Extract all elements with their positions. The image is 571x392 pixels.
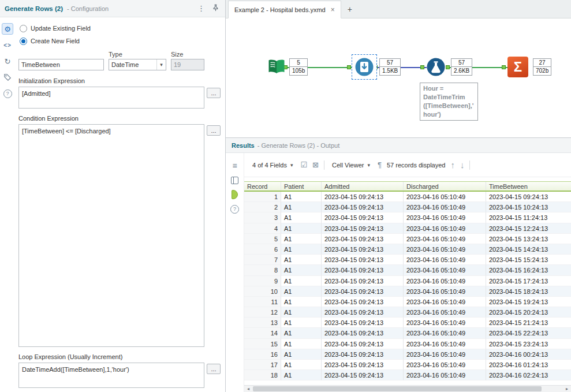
workflow-tab-active[interactable]: Example 2 - Hospital beds.yxmd × — [228, 1, 341, 18]
table-cell: 2023-04-15 18:24:13 — [486, 286, 571, 297]
refresh-icon[interactable]: ↻ — [2, 55, 13, 67]
table-row[interactable]: 2A12023-04-15 09:24:132023-04-16 05:10:4… — [244, 202, 571, 212]
table-cell: A1 — [281, 328, 322, 338]
annotation-summarize[interactable]: 27 702b — [533, 58, 551, 76]
deselect-all-icon[interactable]: ⊠ — [312, 160, 319, 169]
panel-layout-icon[interactable] — [231, 176, 238, 185]
annotation-formula[interactable]: 57 2.6KB — [451, 58, 472, 76]
init-expression-editor-button[interactable]: ... — [207, 88, 221, 98]
condition-expression-label: Condition Expression — [18, 115, 222, 122]
column-header-timebetween[interactable]: TimeBetween — [486, 182, 571, 191]
table-row[interactable]: 14A12023-04-15 09:24:132023-04-16 05:10:… — [244, 328, 571, 338]
initialization-expression-input[interactable]: [Admitted] — [18, 87, 204, 109]
configuration-tab-icon[interactable]: ⚙ — [2, 23, 13, 35]
table-row[interactable]: 17A12023-04-15 09:24:132023-04-16 05:10:… — [244, 360, 571, 370]
condition-expression-editor-button[interactable]: ... — [207, 125, 221, 136]
table-row[interactable]: 13A12023-04-15 09:24:132023-04-16 05:10:… — [244, 318, 571, 328]
table-row[interactable]: 11A12023-04-15 09:24:132023-04-16 05:10:… — [244, 297, 571, 307]
table-row[interactable]: 12A12023-04-15 09:24:132023-04-16 05:10:… — [244, 307, 571, 318]
type-dropdown[interactable]: DateTime ▾ — [109, 59, 166, 70]
connection-anchor[interactable] — [446, 65, 450, 69]
table-row[interactable]: 7A12023-04-15 09:24:132023-04-16 05:10:4… — [244, 255, 571, 265]
table-row[interactable]: 1A12023-04-15 09:24:132023-04-16 05:10:4… — [244, 192, 571, 202]
expression-code-icon[interactable]: <> — [2, 39, 13, 51]
sort-up-icon[interactable]: ↑ — [450, 160, 455, 170]
output-anchor-d-icon[interactable] — [232, 190, 238, 199]
loop-expression-label: Loop Expression (Usually Increment) — [18, 353, 222, 360]
column-header-discharged[interactable]: Discharged — [404, 182, 486, 191]
table-cell: 2023-04-15 21:24:13 — [486, 318, 571, 328]
config-panel-title: Generate Rows (2) - Configuration — [5, 5, 109, 12]
generate-rows-icon — [354, 57, 375, 77]
data-size: 105b — [290, 67, 307, 75]
annotation-input-data[interactable]: 5 105b — [289, 58, 308, 76]
table-cell: 2023-04-16 01:24:13 — [486, 360, 571, 370]
table-row[interactable]: 8A12023-04-15 09:24:132023-04-16 05:10:4… — [244, 265, 571, 275]
horizontal-scrollbar[interactable]: ◂ ▸ — [244, 385, 571, 392]
connection-anchor[interactable] — [502, 65, 506, 69]
table-row[interactable]: 16A12023-04-15 09:24:132023-04-16 05:10:… — [244, 349, 571, 360]
annotation-generate-rows[interactable]: 57 1.5KB — [379, 58, 401, 76]
pin-icon[interactable] — [212, 4, 219, 13]
results-title: Results — [232, 142, 255, 149]
size-input-disabled: 19 — [171, 59, 204, 70]
connection-anchor[interactable] — [347, 65, 351, 69]
connection-anchor[interactable] — [420, 65, 424, 69]
workflow-canvas[interactable]: 5 105b 57 1.5KB — [226, 18, 571, 137]
table-cell: 2023-04-16 05:10:49 — [404, 286, 486, 297]
cell-viewer-dropdown[interactable]: Cell Viewer ▾ — [330, 160, 372, 170]
select-all-icon[interactable]: ☑ — [300, 160, 307, 169]
help-icon[interactable]: ? — [2, 88, 13, 99]
close-icon[interactable]: × — [331, 6, 335, 14]
table-cell: 17 — [244, 360, 281, 370]
table-row[interactable]: 9A12023-04-15 09:24:132023-04-16 05:10:4… — [244, 276, 571, 286]
table-cell: 2023-04-16 05:10:49 — [404, 234, 486, 244]
table-row[interactable]: 5A12023-04-15 09:24:132023-04-16 05:10:4… — [244, 234, 571, 244]
table-row[interactable]: 4A12023-04-15 09:24:132023-04-16 05:10:4… — [244, 223, 571, 234]
new-field-name-input[interactable]: TimeBetween — [18, 59, 104, 70]
column-header-record[interactable]: Record — [244, 182, 281, 191]
summarize-tool[interactable]: Σ — [507, 57, 528, 77]
scroll-right-icon[interactable]: ▸ — [563, 386, 571, 392]
loop-expression-input[interactable]: DateTimeAdd([TimeBetween],1,'hour') — [18, 363, 204, 388]
table-row[interactable]: 15A12023-04-15 09:24:132023-04-16 05:10:… — [244, 339, 571, 349]
sigma-icon: Σ — [514, 59, 522, 75]
new-tab-button[interactable]: + — [341, 5, 359, 14]
more-options-icon[interactable]: ⋮ — [197, 4, 205, 13]
column-header-admitted[interactable]: Admitted — [322, 182, 404, 191]
formula-comment-box[interactable]: Hour = DateTimeTrim ([TimeBetween],' hou… — [420, 83, 478, 121]
sort-down-icon[interactable]: ↓ — [460, 160, 465, 170]
table-cell: 2023-04-16 05:10:49 — [404, 276, 486, 286]
condition-expression-input[interactable]: [TimeBetween] <= [Discharged] — [18, 124, 204, 347]
help-icon[interactable]: ? — [230, 204, 239, 214]
input-data-tool[interactable] — [266, 57, 287, 77]
scrollbar-thumb[interactable] — [253, 386, 542, 391]
whitespace-toggle-icon[interactable]: ¶ — [378, 160, 382, 169]
scroll-left-icon[interactable]: ◂ — [244, 386, 252, 392]
table-cell: 2023-04-16 05:10:49 — [404, 244, 486, 255]
table-cell: 2023-04-15 10:24:13 — [486, 202, 571, 212]
table-cell: 2023-04-15 09:24:13 — [322, 212, 404, 223]
table-cell: A1 — [281, 370, 322, 380]
radio-update-existing-field[interactable]: Update Existing Field — [20, 22, 222, 35]
table-cell: 2023-04-16 05:10:49 — [404, 339, 486, 349]
fields-dropdown[interactable]: 4 of 4 Fields ▾ — [250, 160, 295, 170]
table-row[interactable]: 18A12023-04-15 09:24:132023-04-16 05:10:… — [244, 370, 571, 380]
generate-rows-tool-selected[interactable] — [352, 54, 377, 80]
data-size: 702b — [533, 67, 551, 75]
table-cell: 2023-04-16 05:10:49 — [404, 328, 486, 338]
record-count: 5 — [290, 59, 307, 67]
formula-tool[interactable] — [426, 57, 446, 77]
tag-icon[interactable] — [2, 72, 13, 83]
list-view-icon[interactable]: ≡ — [232, 161, 237, 170]
table-cell: A1 — [281, 360, 322, 370]
radio-create-new-field[interactable]: Create New Field — [20, 35, 222, 47]
table-row[interactable]: 6A12023-04-15 09:24:132023-04-16 05:10:4… — [244, 244, 571, 255]
record-count: 27 — [533, 59, 551, 67]
table-cell: 2023-04-15 09:24:13 — [322, 234, 404, 244]
table-row[interactable]: 3A12023-04-15 09:24:132023-04-16 05:10:4… — [244, 212, 571, 223]
loop-expression-editor-button[interactable]: ... — [207, 364, 221, 374]
column-header-patient[interactable]: Patient — [281, 182, 322, 191]
chevron-down-icon: ▾ — [156, 59, 166, 70]
table-row[interactable]: 10A12023-04-15 09:24:132023-04-16 05:10:… — [244, 286, 571, 297]
